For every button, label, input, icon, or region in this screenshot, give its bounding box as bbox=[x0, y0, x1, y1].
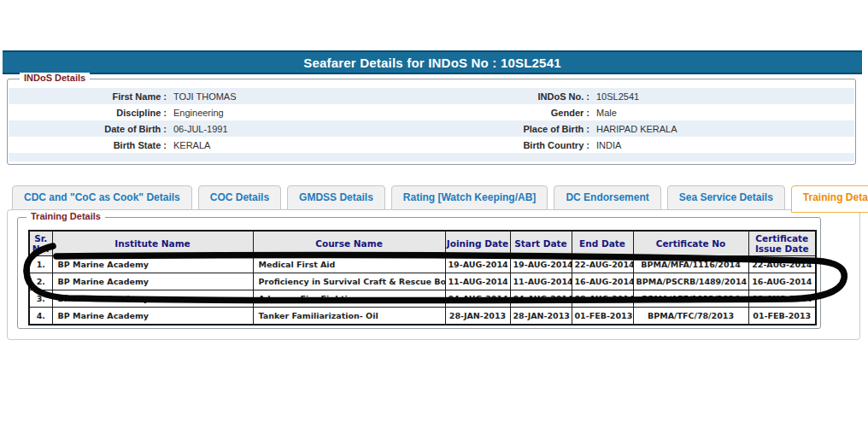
tab-cdc-coc-as-cook-details[interactable]: CDC and "CoC as Cook" Details bbox=[12, 185, 192, 210]
birth-state-value: KERALA bbox=[167, 140, 436, 150]
cell-certificate-no: BPMA/TFC/78/2013 bbox=[633, 308, 748, 325]
table-row: 4. BP Marine Academy Tanker Familiarizat… bbox=[29, 308, 816, 325]
cell-certificate-no: BPMA/AFF/1013/2014 bbox=[633, 290, 748, 308]
cell-course: Advance Fire Fighting bbox=[253, 290, 445, 308]
cell-joining-date: 19-AUG-2014 bbox=[445, 256, 510, 273]
cell-end-date: 22-AUG-2014 bbox=[572, 256, 633, 273]
cell-start-date: 28-JAN-2013 bbox=[510, 308, 572, 325]
details-tab-bar: CDC and "CoC as Cook" Details COC Detail… bbox=[12, 185, 868, 210]
tab-coc-details[interactable]: COC Details bbox=[198, 185, 281, 210]
tab-sea-service-details[interactable]: Sea Service Details bbox=[667, 185, 785, 210]
cell-certificate-no: BPMA/MFA/1116/2014 bbox=[633, 256, 748, 273]
tab-gmdss-details[interactable]: GMDSS Details bbox=[287, 185, 385, 210]
indos-no-value: 10SL2541 bbox=[589, 91, 854, 102]
cell-certificate-issue-date: 01-FEB-2013 bbox=[748, 308, 816, 325]
indos-details-legend: INDoS Details bbox=[20, 73, 90, 83]
col-institute-name: Institute Name bbox=[52, 231, 253, 256]
cell-institute: BP Marine Academy bbox=[52, 273, 253, 290]
cell-start-date: 19-AUG-2014 bbox=[510, 256, 572, 273]
col-certificate-no: Certificate No bbox=[633, 231, 748, 256]
seafarer-details-page: Seafarer Details for INDoS No : 10SL2541… bbox=[0, 0, 868, 434]
tab-training-details[interactable]: Training Details bbox=[791, 185, 868, 213]
cell-sr-no: 3. bbox=[29, 290, 52, 308]
page-header-bar: Seafarer Details for INDoS No : 10SL2541 bbox=[3, 50, 862, 74]
col-sr-no: Sr. No. bbox=[29, 231, 52, 256]
cell-course: Tanker Familiarization- Oil bbox=[253, 308, 445, 325]
col-course-name: Course Name bbox=[253, 231, 445, 256]
col-joining-date: Joining Date bbox=[445, 231, 510, 256]
field-row: First Name : TOJI THOMAS INDoS No. : 10S… bbox=[9, 88, 854, 104]
indos-no-label: INDoS No. : bbox=[436, 91, 589, 102]
gender-value: Male bbox=[589, 108, 854, 118]
cell-joining-date: 28-JAN-2013 bbox=[445, 308, 510, 325]
cell-institute: BP Marine Academy bbox=[52, 308, 253, 325]
table-row: 3. BP Marine Academy Advance Fire Fighti… bbox=[29, 290, 816, 308]
birth-state-label: Birth State : bbox=[9, 140, 167, 150]
gender-label: Gender : bbox=[436, 108, 589, 118]
discipline-value: Engineering bbox=[167, 108, 436, 118]
place-of-birth-value: HARIPAD KERALA bbox=[589, 124, 854, 134]
birth-country-label: Birth Country : bbox=[436, 140, 589, 150]
field-row-spacer bbox=[9, 153, 854, 161]
field-row: Date of Birth : 06-JUL-1991 Place of Bir… bbox=[9, 120, 854, 137]
cell-course: Medical First Aid bbox=[253, 256, 445, 273]
indos-details-rows: First Name : TOJI THOMAS INDoS No. : 10S… bbox=[9, 88, 854, 161]
tab-rating-watch-keeping-ab[interactable]: Rating [Watch Keeping/AB] bbox=[391, 185, 548, 210]
table-row: 1. BP Marine Academy Medical First Aid 1… bbox=[29, 256, 816, 273]
page-title: Seafarer Details for INDoS No : 10SL2541 bbox=[303, 56, 560, 70]
cell-start-date: 04-AUG-2014 bbox=[510, 290, 572, 308]
cell-institute: BP Marine Academy bbox=[52, 256, 253, 273]
place-of-birth-label: Place of Birth : bbox=[436, 124, 589, 134]
date-of-birth-value: 06-JUL-1991 bbox=[167, 124, 436, 134]
training-table: Sr. No. Institute Name Course Name Joini… bbox=[28, 230, 817, 326]
cell-joining-date: 11-AUG-2014 bbox=[445, 273, 510, 290]
cell-certificate-issue-date: 16-AUG-2014 bbox=[748, 273, 816, 290]
cell-certificate-no: BPMA/PSCRB/1489/2014 bbox=[633, 273, 748, 290]
birth-country-value: INDIA bbox=[589, 140, 854, 150]
col-start-date: Start Date bbox=[510, 231, 572, 256]
cell-end-date: 01-FEB-2013 bbox=[572, 308, 633, 325]
field-row: Discipline : Engineering Gender : Male bbox=[9, 104, 854, 120]
col-end-date: End Date bbox=[572, 231, 633, 256]
table-row: 2. BP Marine Academy Proficiency in Surv… bbox=[29, 273, 816, 290]
cell-joining-date: 04-AUG-2014 bbox=[445, 290, 510, 308]
indos-details-fieldset: INDoS Details First Name : TOJI THOMAS I… bbox=[7, 79, 856, 165]
first-name-value: TOJI THOMAS bbox=[167, 91, 436, 102]
training-details-legend: Training Details bbox=[26, 211, 105, 221]
cell-certificate-issue-date: 08-AUG-2014 bbox=[748, 290, 816, 308]
cell-institute: BP Marine Academy bbox=[52, 290, 253, 308]
date-of-birth-label: Date of Birth : bbox=[9, 124, 167, 134]
col-certificate-issue-date: Certificate Issue Date bbox=[748, 231, 816, 256]
table-header-row: Sr. No. Institute Name Course Name Joini… bbox=[29, 231, 816, 256]
cell-end-date: 08-AUG-2014 bbox=[572, 290, 633, 308]
cell-sr-no: 4. bbox=[29, 308, 52, 325]
cell-sr-no: 2. bbox=[29, 273, 52, 290]
cell-end-date: 16-AUG-2014 bbox=[572, 273, 633, 290]
first-name-label: First Name : bbox=[9, 91, 167, 102]
discipline-label: Discipline : bbox=[9, 108, 167, 118]
tab-dc-endorsement[interactable]: DC Endorsement bbox=[554, 185, 660, 210]
cell-sr-no: 1. bbox=[29, 256, 52, 273]
cell-start-date: 11-AUG-2014 bbox=[510, 273, 572, 290]
cell-course: Proficiency in Survival Craft & Rescue B… bbox=[253, 273, 445, 290]
cell-certificate-issue-date: 22-AUG-2014 bbox=[748, 256, 816, 273]
field-row: Birth State : KERALA Birth Country : IND… bbox=[9, 137, 854, 153]
